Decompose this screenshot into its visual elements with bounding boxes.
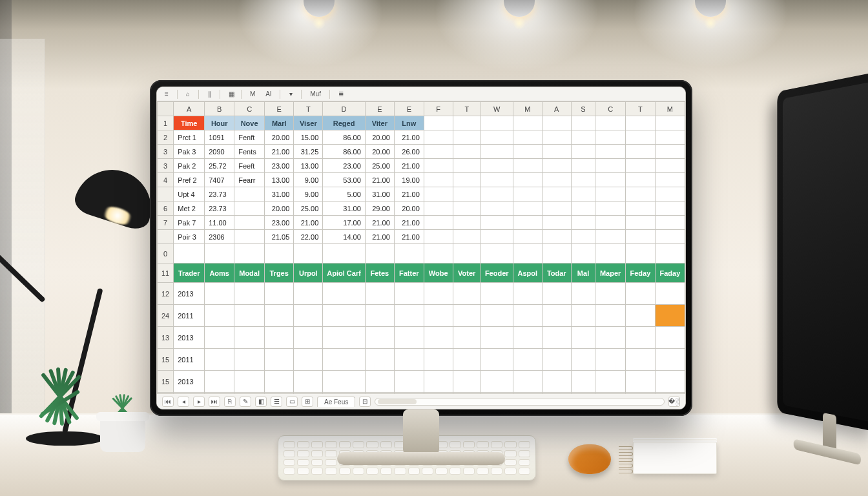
cell[interactable]: [294, 244, 323, 264]
table1-header-cell[interactable]: Viser: [294, 116, 323, 130]
cell[interactable]: [453, 283, 480, 305]
cell[interactable]: 21.00: [394, 130, 424, 145]
row-header[interactable]: 6: [158, 202, 174, 216]
cell[interactable]: [571, 145, 595, 159]
row-header[interactable]: 15: [158, 349, 174, 371]
cell[interactable]: [453, 327, 480, 349]
cell[interactable]: [513, 327, 542, 349]
cell[interactable]: [625, 202, 655, 216]
cell[interactable]: [655, 130, 685, 145]
cell[interactable]: 2013: [174, 327, 205, 349]
sheet-nav-button[interactable]: ⏮: [162, 397, 174, 407]
cell[interactable]: 20.00: [265, 130, 294, 145]
sheet-tab[interactable]: Ae Feus: [317, 397, 355, 407]
cell[interactable]: [655, 159, 685, 173]
cell[interactable]: 53.00: [323, 173, 366, 187]
table2-header-cell[interactable]: Fetes: [365, 264, 394, 283]
cell[interactable]: [571, 173, 595, 187]
cell[interactable]: 15.00: [294, 130, 323, 145]
column-header[interactable]: M: [655, 102, 685, 116]
cell[interactable]: [655, 327, 685, 349]
cell[interactable]: [205, 371, 234, 393]
cell[interactable]: [595, 187, 625, 202]
table1-header-cell[interactable]: Marl: [265, 116, 294, 130]
cell[interactable]: [655, 202, 685, 216]
cell[interactable]: [571, 230, 595, 244]
cell[interactable]: [205, 305, 234, 327]
table2-header-cell[interactable]: Feday: [625, 264, 655, 283]
cell[interactable]: [394, 349, 424, 371]
column-header[interactable]: E: [365, 102, 394, 116]
status-icon[interactable]: ▭: [286, 397, 298, 407]
cell[interactable]: Pak 2: [174, 159, 205, 173]
cell[interactable]: [424, 230, 453, 244]
cell[interactable]: [480, 202, 513, 216]
row-header[interactable]: 2: [158, 130, 174, 145]
grid-icon[interactable]: ▦: [225, 89, 236, 99]
cell[interactable]: [513, 230, 542, 244]
cell[interactable]: [234, 187, 265, 202]
table1-header-cell[interactable]: Reged: [323, 116, 366, 130]
cell[interactable]: [234, 244, 265, 264]
cell[interactable]: 20.00: [394, 202, 424, 216]
cell[interactable]: 7407: [205, 173, 234, 187]
cell[interactable]: 9.00: [294, 187, 323, 202]
cell[interactable]: [365, 371, 394, 393]
cell[interactable]: [294, 305, 323, 327]
cell[interactable]: [542, 230, 571, 244]
cell[interactable]: [424, 187, 453, 202]
btn-muf[interactable]: Muf: [306, 89, 325, 99]
cell[interactable]: [365, 283, 394, 305]
cell[interactable]: [453, 244, 480, 264]
cell[interactable]: [265, 349, 294, 371]
row-header[interactable]: 11: [158, 264, 174, 283]
cell[interactable]: [453, 130, 480, 145]
cell[interactable]: [453, 116, 480, 130]
cell[interactable]: Fenft: [234, 130, 265, 145]
cell[interactable]: [365, 244, 394, 264]
select-all-corner[interactable]: [158, 102, 174, 116]
cell[interactable]: [571, 116, 595, 130]
sheet-nav-button[interactable]: ◂: [178, 397, 189, 407]
cell[interactable]: [205, 244, 234, 264]
table2-header-cell[interactable]: Feoder: [480, 264, 513, 283]
cell[interactable]: [480, 371, 513, 393]
cell[interactable]: 23.73: [205, 187, 234, 202]
cell[interactable]: [424, 349, 453, 371]
cell[interactable]: [571, 216, 595, 230]
cell[interactable]: [424, 116, 453, 130]
home-icon[interactable]: ⌂: [182, 89, 194, 99]
table2-header-cell[interactable]: Voter: [453, 264, 480, 283]
cell[interactable]: [480, 327, 513, 349]
cell[interactable]: [265, 327, 294, 349]
table1-header-cell[interactable]: Lnw: [394, 116, 424, 130]
cell[interactable]: [542, 116, 571, 130]
cell[interactable]: [595, 202, 625, 216]
cell[interactable]: [234, 305, 265, 327]
cell[interactable]: 86.00: [323, 145, 366, 159]
cell[interactable]: [480, 305, 513, 327]
cell[interactable]: [513, 187, 542, 202]
table2-header-cell[interactable]: Modal: [234, 264, 265, 283]
cell[interactable]: [323, 327, 366, 349]
table2-header-cell[interactable]: Trader: [174, 264, 205, 283]
cell[interactable]: Fents: [234, 145, 265, 159]
status-icon[interactable]: ◧: [255, 397, 267, 407]
cell[interactable]: 21.00: [394, 230, 424, 244]
cell[interactable]: [424, 305, 453, 327]
cell[interactable]: [234, 230, 265, 244]
cell[interactable]: 19.00: [394, 173, 424, 187]
cell[interactable]: 21.00: [394, 216, 424, 230]
cell[interactable]: [542, 202, 571, 216]
cell[interactable]: [542, 145, 571, 159]
cell[interactable]: [595, 159, 625, 173]
table2-header-cell[interactable]: Maper: [595, 264, 625, 283]
row-header[interactable]: 13: [158, 327, 174, 349]
cell[interactable]: 21.00: [294, 216, 323, 230]
cell[interactable]: [234, 216, 265, 230]
column-header[interactable]: E: [394, 102, 424, 116]
cell[interactable]: [513, 173, 542, 187]
list-icon[interactable]: ≣: [335, 89, 346, 99]
cell[interactable]: 2090: [205, 145, 234, 159]
cell[interactable]: [394, 283, 424, 305]
